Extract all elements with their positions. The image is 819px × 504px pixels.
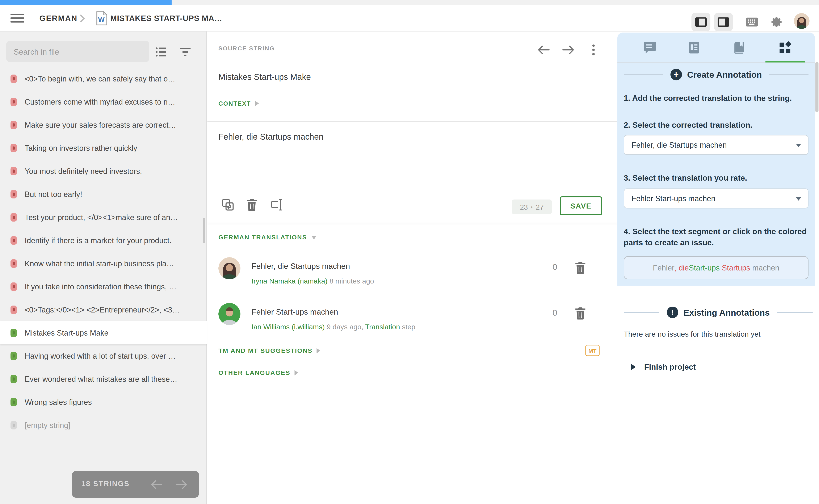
translation-meta-text: step bbox=[400, 323, 415, 331]
chevron-down-icon bbox=[796, 197, 801, 201]
string-list-item[interactable]: But not too early! bbox=[0, 183, 207, 206]
string-list-item[interactable]: You most definitely need investors. bbox=[0, 160, 207, 183]
translation-meta: Ian Williams (i.williams) 9 days ago, Tr… bbox=[252, 323, 415, 331]
string-list-item[interactable]: <0>To begin with, we can safely say that… bbox=[0, 67, 207, 90]
create-annotation-header: + Create Annotation bbox=[624, 69, 809, 80]
layout-right-panel-button[interactable] bbox=[714, 13, 733, 31]
string-status-bullet bbox=[11, 421, 17, 429]
divider bbox=[624, 312, 659, 313]
string-list-item[interactable]: <0>Tags:</0><1> <2>Entrepreneur</2>, <3… bbox=[0, 298, 207, 321]
tab-annotations-icon[interactable] bbox=[778, 40, 793, 56]
next-string-arrow-icon[interactable] bbox=[561, 43, 575, 57]
string-list-item[interactable]: Ever wondered what mistakes are all thes… bbox=[0, 367, 207, 391]
finish-project-label: Finish project bbox=[644, 362, 696, 371]
context-toggle[interactable]: CONTEXT bbox=[218, 100, 259, 107]
translator-link[interactable]: Translation bbox=[365, 323, 400, 331]
rated-translation-value: Fehler Start-ups machen bbox=[632, 194, 715, 203]
string-list-item-label: Having worked with a lot of start ups, o… bbox=[25, 352, 176, 360]
string-list-item[interactable]: [empty string] bbox=[0, 414, 207, 437]
editor-panel: SOURCE STRING Mistakes Start-ups Make CO… bbox=[207, 31, 618, 504]
gear-icon[interactable] bbox=[771, 17, 783, 27]
existing-annotations-header: ! Existing Annotations bbox=[624, 307, 813, 318]
string-status-bullet bbox=[11, 259, 17, 268]
layout-left-panel-button[interactable] bbox=[692, 13, 710, 31]
finish-project-toggle[interactable]: Finish project bbox=[631, 362, 696, 371]
active-tab-underline bbox=[765, 61, 805, 63]
german-translations-toggle[interactable]: GERMAN TRANSLATIONS bbox=[218, 234, 316, 241]
previous-string-arrow-icon[interactable] bbox=[537, 43, 551, 57]
translation-row: Fehler Start-ups machenIan Williams (i.w… bbox=[207, 303, 618, 343]
corrected-translation-select[interactable]: Fehler, die Startups machen bbox=[624, 135, 809, 155]
tab-context-icon[interactable] bbox=[686, 40, 702, 56]
diff-segment-plain: Fehler bbox=[653, 264, 675, 272]
sidebar-scrollbar[interactable] bbox=[203, 218, 205, 243]
clear-translation-trash-icon[interactable] bbox=[246, 198, 259, 211]
next-page-arrow-icon[interactable] bbox=[175, 478, 189, 491]
select-text-icon[interactable] bbox=[270, 198, 283, 211]
char-count-separator: • bbox=[531, 204, 533, 210]
string-list-item[interactable]: Make sure your sales forecasts are corre… bbox=[0, 113, 207, 137]
tab-comments-icon[interactable] bbox=[642, 40, 658, 56]
string-list-item[interactable]: If you take into consideration these thi… bbox=[0, 275, 207, 298]
expand-right-icon bbox=[317, 348, 320, 353]
word-file-icon: W bbox=[96, 11, 108, 28]
string-list-item[interactable]: Wrong sales figures bbox=[0, 391, 207, 414]
string-status-bullet bbox=[11, 213, 17, 222]
string-list-item-label: Customers come with myriad excuses to n… bbox=[25, 98, 175, 106]
translation-text[interactable]: Fehler, die Startups machen bbox=[252, 261, 350, 270]
annotation-step-3: 3. Select the translation you rate. bbox=[624, 173, 809, 184]
translator-link[interactable]: Ian Williams (i.williams) bbox=[252, 323, 325, 331]
translator-avatar[interactable] bbox=[218, 257, 240, 279]
list-view-icon[interactable] bbox=[155, 46, 167, 58]
breadcrumb-language[interactable]: GERMAN bbox=[39, 11, 78, 26]
tm-suggestions-toggle[interactable]: TM AND MT SUGGESTIONS bbox=[218, 347, 320, 354]
keyboard-shortcuts-icon[interactable] bbox=[745, 17, 758, 27]
string-list-item[interactable]: Customers come with myriad excuses to n… bbox=[0, 90, 207, 113]
string-list-item-label: [empty string] bbox=[25, 421, 71, 429]
more-options-icon[interactable] bbox=[589, 43, 598, 57]
diff-segment-added[interactable]: Start-ups bbox=[689, 264, 720, 272]
string-list-item[interactable]: Identify if there is a market for your p… bbox=[0, 229, 207, 252]
string-status-bullet bbox=[11, 306, 17, 314]
string-list-item[interactable]: Know what the initial start-up business … bbox=[0, 252, 207, 275]
copy-source-icon[interactable] bbox=[222, 198, 234, 211]
menu-icon[interactable] bbox=[11, 14, 24, 23]
other-languages-label: OTHER LANGUAGES bbox=[218, 369, 290, 377]
diff-segment-removed[interactable]: Startups bbox=[722, 264, 750, 272]
no-issues-message: There are no issues for this translation… bbox=[624, 330, 813, 338]
translator-link[interactable]: Iryna Namaka (namaka) bbox=[252, 277, 328, 285]
string-list-item[interactable]: Having worked with a lot of start ups, o… bbox=[0, 344, 207, 367]
string-list-item-label: You most definitely need investors. bbox=[25, 167, 142, 175]
save-button[interactable]: SAVE bbox=[560, 196, 602, 215]
context-label: CONTEXT bbox=[218, 100, 251, 107]
tab-glossary-icon[interactable] bbox=[731, 40, 747, 56]
delete-translation-trash-icon[interactable] bbox=[575, 307, 587, 320]
translation-text[interactable]: Fehler Start-ups machen bbox=[252, 307, 338, 316]
translation-diff-box[interactable]: Fehler, dieStart-ups Startups machen bbox=[624, 256, 809, 280]
string-list-item-label: <0>To begin with, we can safely say that… bbox=[25, 75, 175, 83]
translator-avatar[interactable] bbox=[218, 303, 240, 325]
panel-scrollbar[interactable] bbox=[815, 62, 819, 112]
string-list-item[interactable]: Taking on investors rather quickly bbox=[0, 137, 207, 160]
string-status-bullet bbox=[11, 167, 17, 175]
divider bbox=[207, 223, 618, 223]
string-status-bullet bbox=[11, 121, 17, 129]
filter-icon[interactable] bbox=[180, 46, 191, 58]
user-avatar[interactable] bbox=[794, 13, 810, 29]
translation-meta-text: 9 days ago, bbox=[325, 323, 365, 331]
annotation-step-4: 4. Select the text segment or click on t… bbox=[624, 226, 809, 248]
translation-meta: Iryna Namaka (namaka) 8 minutes ago bbox=[252, 277, 374, 285]
mt-badge: MT bbox=[585, 345, 600, 356]
rated-translation-select[interactable]: Fehler Start-ups machen bbox=[624, 189, 809, 209]
other-languages-toggle[interactable]: OTHER LANGUAGES bbox=[218, 369, 298, 377]
string-list-item[interactable]: Mistakes Start-ups Make bbox=[0, 321, 207, 344]
search-input[interactable] bbox=[6, 41, 149, 62]
string-list-item[interactable]: Test your product, </0><1>make sure of a… bbox=[0, 206, 207, 229]
delete-translation-trash-icon[interactable] bbox=[575, 261, 587, 274]
string-status-bullet bbox=[11, 352, 17, 360]
translation-input-text[interactable]: Fehler, die Startups machen bbox=[218, 132, 323, 142]
expand-right-icon bbox=[255, 101, 259, 106]
diff-segment-removed[interactable]: , die bbox=[674, 264, 689, 272]
previous-page-arrow-icon[interactable] bbox=[150, 478, 163, 491]
string-list-item-label: If you take into consideration these thi… bbox=[25, 282, 177, 291]
